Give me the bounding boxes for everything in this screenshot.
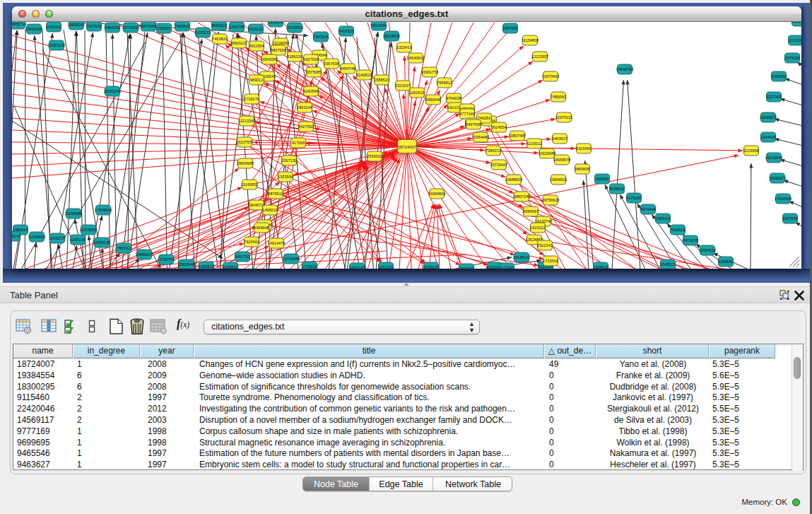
svg-text:9242848: 9242848 (303, 89, 319, 93)
svg-text:10654112: 10654112 (699, 248, 716, 252)
svg-text:10958187: 10958187 (136, 252, 153, 257)
svg-text:12156829: 12156829 (28, 235, 46, 239)
svg-text:1615112: 1615112 (530, 226, 545, 230)
svg-text:14055714: 14055714 (12, 22, 26, 26)
svg-text:12923448: 12923448 (178, 262, 196, 267)
svg-text:9329966: 9329966 (771, 74, 787, 78)
svg-text:16543382: 16543382 (261, 57, 278, 62)
svg-text:9245012: 9245012 (660, 262, 676, 267)
svg-text:2967608: 2967608 (324, 62, 339, 66)
svg-text:10782759: 10782759 (158, 257, 175, 262)
svg-text:6497508: 6497508 (466, 122, 481, 127)
svg-text:9245652: 9245652 (718, 259, 734, 264)
svg-text:15692971: 15692971 (769, 176, 787, 180)
svg-text:2211456: 2211456 (268, 22, 283, 24)
svg-text:15720407: 15720407 (490, 163, 508, 167)
svg-text:9794028: 9794028 (446, 96, 461, 100)
svg-text:12213957: 12213957 (531, 54, 549, 59)
svg-text:14914479: 14914479 (268, 241, 286, 245)
svg-text:12213369: 12213369 (238, 119, 256, 123)
svg-text:515526: 515526 (158, 26, 171, 30)
svg-text:9084067: 9084067 (523, 209, 539, 214)
svg-text:1325419: 1325419 (396, 45, 412, 49)
svg-text:10655267: 10655267 (68, 23, 86, 27)
svg-text:19218506: 19218506 (383, 34, 401, 38)
svg-text:20364486: 20364486 (472, 135, 490, 139)
svg-text:5322037: 5322037 (395, 83, 411, 88)
svg-text:8912954: 8912954 (249, 44, 264, 48)
svg-text:13654923: 13654923 (550, 177, 567, 182)
svg-text:12093872: 12093872 (760, 115, 777, 119)
svg-text:2803144: 2803144 (297, 105, 312, 110)
svg-text:8960123: 8960123 (231, 41, 247, 45)
svg-text:1145194: 1145194 (70, 238, 85, 242)
svg-text:3215958: 3215958 (743, 148, 759, 153)
svg-text:13716485: 13716485 (283, 257, 300, 261)
svg-text:417006: 417006 (292, 141, 305, 145)
svg-text:3915141: 3915141 (12, 234, 20, 238)
svg-text:18807249: 18807249 (513, 194, 531, 199)
svg-text:1342755: 1342755 (229, 25, 245, 29)
svg-text:7632621: 7632621 (670, 228, 686, 232)
svg-text:8878312: 8878312 (268, 192, 283, 196)
svg-text:8427552: 8427552 (298, 124, 314, 129)
svg-text:7386372: 7386372 (486, 148, 501, 153)
svg-text:19756928: 19756928 (542, 198, 560, 202)
svg-text:21063110: 21063110 (48, 43, 65, 47)
svg-text:16648784: 16648784 (616, 67, 634, 71)
svg-text:5155212: 5155212 (195, 30, 211, 35)
svg-text:3267130: 3267130 (281, 158, 297, 163)
svg-text:1244415: 1244415 (760, 135, 776, 139)
svg-text:7357224: 7357224 (313, 35, 329, 39)
svg-text:9899695: 9899695 (575, 167, 590, 171)
svg-text:989012: 989012 (250, 78, 264, 82)
svg-text:8990448: 8990448 (425, 98, 441, 102)
svg-text:1167534: 1167534 (782, 216, 797, 221)
svg-text:10975857: 10975857 (80, 228, 98, 232)
svg-text:7955812: 7955812 (437, 81, 452, 85)
svg-text:14569578: 14569578 (553, 158, 571, 162)
svg-text:8186328: 8186328 (287, 54, 302, 59)
svg-text:9915121: 9915121 (248, 27, 264, 31)
svg-text:8471636: 8471636 (683, 238, 698, 243)
svg-text:12505135: 12505135 (93, 240, 111, 245)
svg-text:7463822: 7463822 (212, 37, 228, 41)
svg-text:8416323: 8416323 (339, 29, 354, 33)
svg-text:2087682: 2087682 (502, 26, 518, 30)
svg-text:1733416: 1733416 (543, 259, 558, 263)
svg-text:6466160: 6466160 (105, 25, 120, 30)
svg-text:8960113: 8960113 (211, 23, 226, 28)
svg-text:16961758: 16961758 (421, 70, 439, 74)
svg-text:2522141: 2522141 (537, 243, 553, 247)
svg-text:1575104: 1575104 (784, 56, 800, 60)
svg-text:19384554: 19384554 (428, 192, 446, 196)
svg-text:6216012: 6216012 (526, 141, 542, 146)
svg-text:8454749: 8454749 (340, 66, 355, 71)
svg-text:17359924: 17359924 (95, 208, 112, 212)
svg-text:9457791: 9457791 (235, 255, 250, 259)
svg-text:16033809: 16033809 (286, 25, 304, 30)
svg-text:12342737: 12342737 (49, 236, 66, 240)
svg-text:12975115: 12975115 (555, 115, 572, 119)
svg-text:13226058: 13226058 (272, 41, 290, 45)
svg-text:2718176: 2718176 (244, 97, 259, 101)
svg-text:9115460: 9115460 (576, 146, 591, 151)
svg-text:8409948: 8409948 (254, 226, 269, 230)
svg-text:17957225: 17957225 (115, 246, 133, 250)
svg-text:9463627: 9463627 (552, 136, 567, 141)
svg-text:20053346: 20053346 (104, 89, 122, 93)
svg-text:7625402: 7625402 (244, 240, 259, 244)
svg-text:8938921: 8938921 (609, 187, 625, 191)
svg-text:7485063: 7485063 (551, 95, 566, 99)
svg-text:9146821: 9146821 (356, 73, 372, 77)
svg-text:3624554: 3624554 (491, 125, 507, 129)
svg-text:10807487: 10807487 (509, 134, 526, 138)
svg-text:1112034: 1112034 (789, 38, 801, 42)
svg-text:16154808: 16154808 (522, 38, 539, 42)
svg-text:9227343: 9227343 (766, 95, 782, 99)
svg-text:2530022: 2530022 (367, 154, 382, 158)
svg-text:1353594: 1353594 (278, 175, 293, 179)
svg-text:10025488: 10025488 (539, 151, 556, 156)
svg-text:6179197: 6179197 (626, 196, 642, 200)
svg-text:16107553: 16107553 (236, 140, 254, 144)
